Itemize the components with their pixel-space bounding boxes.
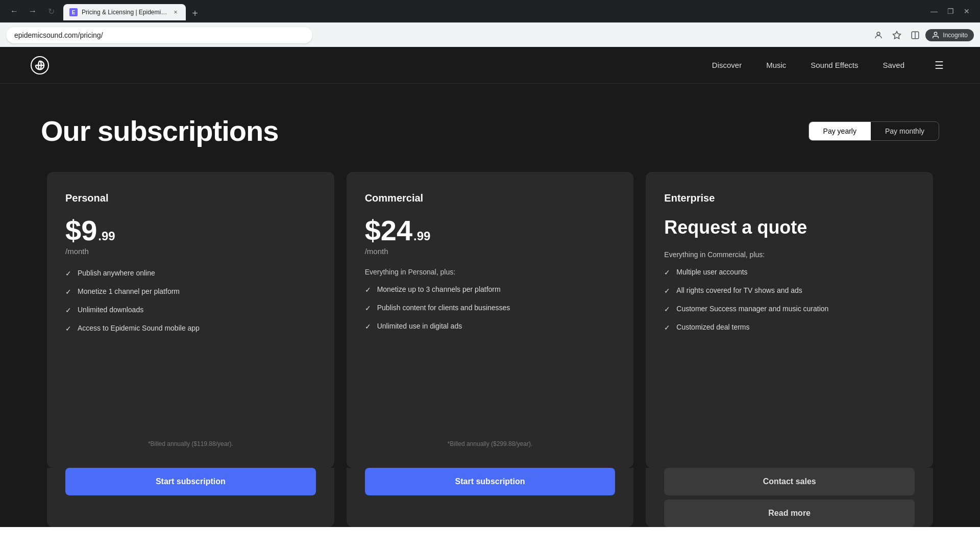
list-item: ✓ Customized deal terms — [664, 322, 915, 333]
svg-marker-1 — [893, 31, 901, 38]
list-item: ✓ Publish content for clients and busine… — [365, 303, 616, 314]
commercial-billing-note: *Billed annually ($299.88/year). — [365, 428, 616, 447]
back-button[interactable]: ← — [6, 3, 22, 19]
address-bar-row: Incognito — [0, 22, 980, 47]
enterprise-features-intro: Everything in Commercial, plus: — [664, 251, 915, 259]
personal-billing-note: *Billed annually ($119.88/year). — [65, 428, 316, 447]
nav-saved[interactable]: Saved — [883, 61, 904, 69]
svg-point-0 — [877, 32, 880, 35]
feature-text: Monetize up to 3 channels per platform — [377, 284, 501, 295]
commercial-tier-label: Commercial — [365, 192, 616, 204]
list-item: ✓ All rights covered for TV shows and ad… — [664, 285, 915, 296]
list-item: ✓ Monetize up to 3 channels per platform — [365, 284, 616, 295]
list-item: ✓ Multiple user accounts — [664, 267, 915, 278]
billing-toggle: Pay yearly Pay monthly — [808, 121, 939, 141]
page-header: Our subscriptions Pay yearly Pay monthly — [41, 114, 939, 147]
feature-text: Publish anywhere online — [78, 268, 155, 279]
feature-text: All rights covered for TV shows and ads — [676, 285, 802, 296]
personal-cta-col: Start subscription — [47, 468, 334, 527]
minimize-button[interactable]: — — [927, 4, 941, 18]
nav-sound-effects[interactable]: Sound Effects — [811, 61, 858, 69]
split-screen-icon[interactable] — [907, 27, 923, 43]
feature-text: Customer Success manager and music curat… — [676, 304, 828, 314]
check-icon: ✓ — [664, 286, 670, 296]
personal-start-subscription-button[interactable]: Start subscription — [65, 468, 316, 495]
list-item: ✓ Unlimited downloads — [65, 305, 316, 316]
enterprise-tier-label: Enterprise — [664, 192, 915, 204]
site-nav: Discover Music Sound Effects Saved ☰ — [0, 47, 980, 84]
personal-price-main: $9 — [65, 216, 97, 245]
list-item: ✓ Unlimited use in digital ads — [365, 321, 616, 332]
window-controls: — ❐ ✕ — [927, 4, 974, 18]
feature-text: Publish content for clients and business… — [377, 303, 510, 313]
address-bar[interactable] — [6, 27, 312, 43]
personal-card: Personal $9 .99 /month ✓ Publish anywher… — [47, 172, 334, 468]
commercial-price-main: $24 — [365, 216, 412, 245]
browser-titlebar: ← → ↻ E Pricing & Licensing | Epidemic .… — [0, 0, 980, 22]
pricing-cards-grid: Personal $9 .99 /month ✓ Publish anywher… — [41, 172, 939, 468]
enterprise-feature-list: ✓ Multiple user accounts ✓ All rights co… — [664, 267, 915, 447]
incognito-label: Incognito — [943, 32, 968, 39]
list-item: ✓ Access to Epidemic Sound mobile app — [65, 323, 316, 334]
commercial-card: Commercial $24 .99 /month Everything in … — [347, 172, 634, 468]
check-icon: ✓ — [664, 267, 670, 278]
check-icon: ✓ — [65, 287, 71, 297]
maximize-button[interactable]: ❐ — [943, 4, 958, 18]
tab-title: Pricing & Licensing | Epidemic ... — [82, 9, 167, 16]
feature-text: Access to Epidemic Sound mobile app — [78, 323, 200, 334]
list-item: ✓ Monetize 1 channel per platform — [65, 286, 316, 297]
website-content: Discover Music Sound Effects Saved ☰ Our… — [0, 47, 980, 527]
nav-links: Discover Music Sound Effects Saved — [712, 61, 904, 69]
enterprise-card: Enterprise Request a quote Everything in… — [646, 172, 933, 468]
tab-close-button[interactable]: × — [172, 8, 180, 16]
nav-discover[interactable]: Discover — [712, 61, 742, 69]
commercial-features-intro: Everything in Personal, plus: — [365, 268, 616, 276]
pay-yearly-button[interactable]: Pay yearly — [809, 122, 871, 140]
svg-point-4 — [935, 32, 937, 35]
nav-music[interactable]: Music — [766, 61, 786, 69]
incognito-badge[interactable]: Incognito — [925, 29, 974, 41]
feature-text: Unlimited use in digital ads — [377, 321, 462, 332]
tab-favicon: E — [69, 8, 78, 16]
commercial-price-cents: .99 — [413, 229, 430, 243]
new-tab-button[interactable]: + — [188, 6, 202, 20]
close-button[interactable]: ✕ — [960, 4, 974, 18]
check-icon: ✓ — [65, 268, 71, 279]
commercial-start-subscription-button[interactable]: Start subscription — [365, 468, 616, 495]
personal-price-cents: .99 — [98, 229, 115, 243]
personal-tier-label: Personal — [65, 192, 316, 204]
enterprise-quote-label: Request a quote — [664, 216, 915, 238]
check-icon: ✓ — [365, 321, 371, 332]
pay-monthly-button[interactable]: Pay monthly — [871, 122, 939, 140]
personal-price-row: $9 .99 — [65, 216, 316, 245]
tabs-container: E Pricing & Licensing | Epidemic ... × + — [63, 2, 923, 20]
commercial-cta-col: Start subscription — [347, 468, 634, 527]
cta-section: Start subscription Start subscription Co… — [0, 468, 980, 527]
cta-grid: Start subscription Start subscription Co… — [41, 468, 939, 527]
hamburger-icon: ☰ — [935, 59, 944, 71]
check-icon: ✓ — [65, 305, 71, 316]
list-item: ✓ Customer Success manager and music cur… — [664, 304, 915, 315]
personal-price-period: /month — [65, 247, 316, 256]
hamburger-menu-button[interactable]: ☰ — [929, 55, 949, 76]
commercial-price-row: $24 .99 — [365, 216, 616, 245]
personal-feature-list: ✓ Publish anywhere online ✓ Monetize 1 c… — [65, 268, 316, 428]
bookmark-icon[interactable] — [889, 27, 905, 43]
site-logo[interactable] — [31, 56, 49, 74]
browser-controls: ← → ↻ — [6, 3, 59, 19]
page-title: Our subscriptions — [41, 114, 278, 147]
check-icon: ✓ — [664, 322, 670, 333]
browser-actions: Incognito — [870, 27, 974, 43]
refresh-button[interactable]: ↻ — [43, 3, 59, 19]
forward-button[interactable]: → — [24, 3, 41, 19]
enterprise-contact-sales-button[interactable]: Contact sales — [664, 468, 915, 495]
browser-chrome: ← → ↻ E Pricing & Licensing | Epidemic .… — [0, 0, 980, 47]
list-item: ✓ Publish anywhere online — [65, 268, 316, 279]
main-content: Our subscriptions Pay yearly Pay monthly… — [0, 84, 980, 468]
check-icon: ✓ — [365, 303, 371, 314]
active-tab[interactable]: E Pricing & Licensing | Epidemic ... × — [63, 4, 186, 20]
profile-manager-icon[interactable] — [870, 27, 887, 43]
feature-text: Monetize 1 channel per platform — [78, 286, 180, 297]
enterprise-read-more-button[interactable]: Read more — [664, 499, 915, 527]
feature-text: Multiple user accounts — [676, 267, 747, 278]
